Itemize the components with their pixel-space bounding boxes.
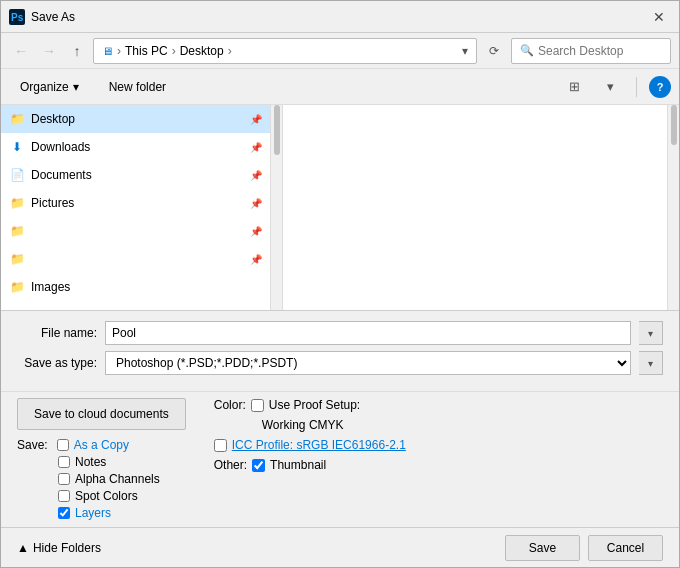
dialog-title: Save As — [31, 10, 647, 24]
content-area — [283, 105, 667, 310]
file-name-label: File name: — [17, 326, 97, 340]
hide-folders-button[interactable]: ▲ Hide Folders — [17, 541, 101, 555]
address-desktop-label: Desktop — [180, 44, 224, 58]
help-button[interactable]: ? — [649, 76, 671, 98]
forward-button[interactable]: → — [37, 39, 61, 63]
refresh-button[interactable]: ⟳ — [481, 38, 507, 64]
sidebar: 📁 Desktop 📌 ⬇ Downloads 📌 📄 Documents 📌 … — [1, 105, 271, 310]
ps-icon: Ps — [9, 9, 25, 25]
sidebar-item-label: Images — [31, 280, 70, 294]
address-bar[interactable]: 🖥 › This PC › Desktop › ▾ — [93, 38, 477, 64]
view-dropdown-button[interactable]: ▾ — [596, 74, 624, 100]
search-icon: 🔍 — [520, 44, 534, 57]
action-buttons: Save Cancel — [505, 535, 663, 561]
file-name-dropdown[interactable]: ▾ — [639, 321, 663, 345]
search-input[interactable] — [538, 44, 680, 58]
address-this-pc-label: This PC — [125, 44, 168, 58]
alpha-channels-label: Alpha Channels — [75, 472, 160, 486]
toolbar: Organize ▾ New folder ⊞ ▾ ? — [1, 69, 679, 105]
back-button[interactable]: ← — [9, 39, 33, 63]
documents-icon: 📄 — [9, 167, 25, 183]
options-panel: Save to cloud documents Save: As a Copy … — [1, 391, 679, 527]
sidebar-item-images2[interactable]: 📁 Images — [1, 301, 270, 310]
alpha-channels-row: Alpha Channels — [17, 472, 186, 486]
pin-icon: 📌 — [250, 170, 262, 181]
organize-button[interactable]: Organize ▾ — [9, 74, 90, 100]
up-button[interactable]: ↑ — [65, 39, 89, 63]
new-folder-button[interactable]: New folder — [98, 74, 177, 100]
working-cmyk-label: Working CMYK — [262, 418, 663, 432]
spot-colors-label: Spot Colors — [75, 489, 138, 503]
icc-profile-row: ICC Profile: sRGB IEC61966-2.1 — [214, 438, 663, 452]
pin-icon: 📌 — [250, 254, 262, 265]
nav-bar: ← → ↑ 🖥 › This PC › Desktop › ▾ ⟳ 🔍 — [1, 33, 679, 69]
folder-yellow-icon: 📁 — [9, 223, 25, 239]
scrollbar-thumb[interactable] — [274, 105, 280, 155]
sidebar-scrollbar[interactable] — [271, 105, 283, 310]
save-options-row: Save: As a Copy — [17, 438, 186, 452]
use-proof-row: Color: Use Proof Setup: — [214, 398, 663, 412]
alpha-channels-checkbox[interactable] — [58, 473, 70, 485]
thumbnail-checkbox[interactable] — [252, 459, 265, 472]
search-box: 🔍 — [511, 38, 671, 64]
notes-checkbox[interactable] — [58, 456, 70, 468]
save-as-select[interactable]: Photoshop (*.PSD;*.PDD;*.PSDT) — [105, 351, 631, 375]
sidebar-item-label: Pictures — [31, 196, 74, 210]
icc-profile-checkbox[interactable] — [214, 439, 227, 452]
sidebar-item-pictures[interactable]: 📁 Pictures 📌 — [1, 189, 270, 217]
sidebar-item-desktop[interactable]: 📁 Desktop 📌 — [1, 105, 270, 133]
notes-label: Notes — [75, 455, 106, 469]
save-label: Save: — [17, 438, 48, 452]
main-area: 📁 Desktop 📌 ⬇ Downloads 📌 📄 Documents 📌 … — [1, 105, 679, 310]
spot-colors-row: Spot Colors — [17, 489, 186, 503]
save-as-dropdown[interactable]: ▾ — [639, 351, 663, 375]
content-scrollbar-thumb[interactable] — [671, 105, 677, 145]
notes-row: Notes — [17, 455, 186, 469]
use-proof-checkbox[interactable] — [251, 399, 264, 412]
other-label: Other: — [214, 458, 247, 472]
sidebar-item-label: Desktop — [31, 112, 75, 126]
thumbnail-label: Thumbnail — [270, 458, 326, 472]
spot-colors-checkbox[interactable] — [58, 490, 70, 502]
sidebar-item-downloads[interactable]: ⬇ Downloads 📌 — [1, 133, 270, 161]
folder-yellow-icon2: 📁 — [9, 251, 25, 267]
layers-checkbox[interactable] — [58, 507, 70, 519]
sidebar-item-folder2[interactable]: 📁 📌 — [1, 245, 270, 273]
other-row: Other: Thumbnail — [214, 458, 663, 472]
svg-text:Ps: Ps — [11, 12, 24, 23]
file-name-row: File name: ▾ — [17, 321, 663, 345]
save-as-row: Save as type: Photoshop (*.PSD;*.PDD;*.P… — [17, 351, 663, 375]
save-as-dialog: Ps Save As ✕ ← → ↑ 🖥 › This PC › Desktop… — [0, 0, 680, 568]
downloads-icon: ⬇ — [9, 139, 25, 155]
as-copy-label[interactable]: As a Copy — [74, 438, 129, 452]
sidebar-item-documents[interactable]: 📄 Documents 📌 — [1, 161, 270, 189]
save-button[interactable]: Save — [505, 535, 580, 561]
file-form-panel: File name: ▾ Save as type: Photoshop (*.… — [1, 310, 679, 391]
file-name-input[interactable] — [105, 321, 631, 345]
folder-icon: 📁 — [9, 111, 25, 127]
images-icon1: 📁 — [9, 279, 25, 295]
layers-label[interactable]: Layers — [75, 506, 111, 520]
address-dropdown[interactable]: ▾ — [462, 44, 468, 58]
as-copy-checkbox[interactable] — [57, 439, 69, 451]
chevron-down-icon: ▲ — [17, 541, 29, 555]
sidebar-item-label: Documents — [31, 168, 92, 182]
title-bar: Ps Save As ✕ — [1, 1, 679, 33]
sidebar-item-images1[interactable]: 📁 Images — [1, 273, 270, 301]
cancel-button[interactable]: Cancel — [588, 535, 663, 561]
bottom-bar: ▲ Hide Folders Save Cancel — [1, 527, 679, 567]
layers-row: Layers — [17, 506, 186, 520]
save-to-cloud-button[interactable]: Save to cloud documents — [17, 398, 186, 430]
content-scrollbar[interactable] — [667, 105, 679, 310]
color-options: Color: Use Proof Setup: Working CMYK ICC… — [198, 398, 663, 523]
icc-profile-link[interactable]: ICC Profile: sRGB IEC61966-2.1 — [232, 438, 406, 452]
address-this-pc: 🖥 — [102, 45, 113, 57]
color-label: Color: — [214, 398, 246, 412]
view-toggle-button[interactable]: ⊞ — [560, 74, 588, 100]
hide-folders-label: Hide Folders — [33, 541, 101, 555]
close-button[interactable]: ✕ — [647, 5, 671, 29]
use-proof-label: Use Proof Setup: — [269, 398, 360, 412]
sidebar-item-folder1[interactable]: 📁 📌 — [1, 217, 270, 245]
left-options: Save to cloud documents Save: As a Copy … — [17, 398, 186, 523]
pictures-icon: 📁 — [9, 195, 25, 211]
